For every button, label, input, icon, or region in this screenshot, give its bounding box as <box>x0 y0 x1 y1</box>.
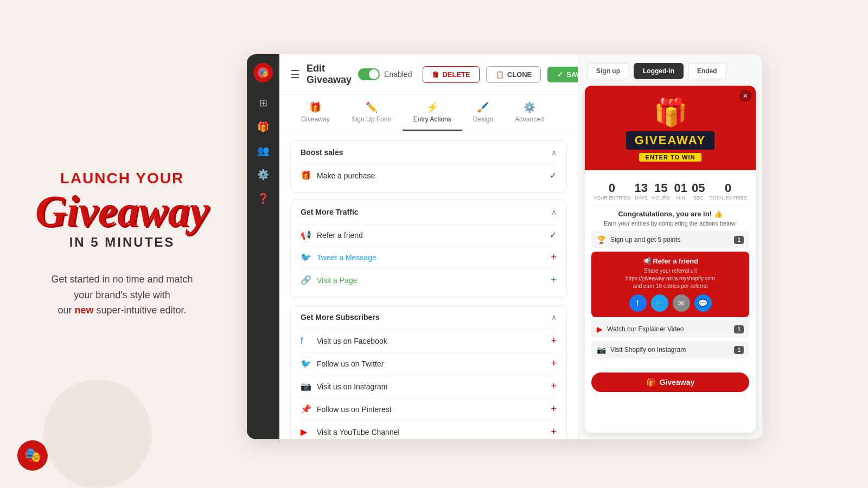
explainer-action-row[interactable]: ▶ Watch our Explainer Video 1 <box>591 320 749 338</box>
boost-sales-header[interactable]: Boost sales ∧ <box>291 140 566 164</box>
tab-design[interactable]: 🖌️ Design <box>462 95 504 131</box>
launch-title: LAUNCH YOUR <box>60 170 184 187</box>
instagram-shopify-badge: 1 <box>734 346 744 354</box>
widget-body: 0 Your entries 13 DAYS 15 HOURS 01 MIN <box>585 170 756 368</box>
sidebar-item-users[interactable]: 👥 <box>253 141 273 160</box>
total-num: 0 <box>710 181 747 195</box>
tab-signup[interactable]: ✏️ Sign Up Form <box>341 95 403 131</box>
delete-button[interactable]: 🗑 DELETE <box>423 66 479 83</box>
more-traffic-header[interactable]: Get More Traffic ∧ <box>291 200 566 224</box>
more-subscribers-header[interactable]: Get More Subscribers ∧ <box>291 305 566 329</box>
your-entries-count: 0 Your entries <box>593 181 630 201</box>
list-item[interactable]: 📷 Visit us on Instagram + <box>301 375 557 397</box>
checkmark-icon: ✓ <box>557 70 563 79</box>
giveaway-tab-icon: 🎁 <box>309 101 321 113</box>
giveaway-tab-label: Giveaway <box>301 115 330 123</box>
list-item[interactable]: f Visit us on Facebook + <box>301 329 557 352</box>
days-count: 13 DAYS <box>635 181 648 201</box>
widget-close-button[interactable]: ✕ <box>739 90 751 102</box>
tab-entry-actions[interactable]: ⚡ Entry Actions <box>403 95 462 131</box>
facebook-share-button[interactable]: f <box>629 294 647 312</box>
visit-page-icon: 🔗 <box>301 275 311 285</box>
sidebar-item-help[interactable]: ❓ <box>253 189 273 208</box>
refer-icon: 📢 <box>301 230 311 240</box>
pinterest-plus[interactable]: + <box>551 403 557 415</box>
save-button[interactable]: ✓ SAVE <box>547 67 578 82</box>
tab-advanced[interactable]: ⚙️ Advanced <box>504 95 554 131</box>
tab-giveaway[interactable]: 🎁 Giveaway <box>290 95 341 131</box>
toggle-switch[interactable] <box>358 68 380 80</box>
sidebar-item-giveaway[interactable]: 🎁 <box>253 117 273 137</box>
instagram-shopify-icon: 📷 <box>597 345 606 354</box>
sidebar-item-settings[interactable]: ⚙️ <box>253 165 273 184</box>
explainer-label: Watch our Explainer Video <box>607 325 730 333</box>
instagram-label: Visit us on Instagram <box>317 382 545 391</box>
giveaway-footer-button[interactable]: 🎁 Giveaway <box>591 373 749 392</box>
list-item: 📢 Refer a friend ✓ <box>301 224 557 246</box>
ended-preview-tab[interactable]: Ended <box>688 63 726 79</box>
widget-giveaway-text: GIVEAWAY <box>626 131 714 150</box>
signup-action-label: Sign up and get 5 points <box>610 236 730 243</box>
twitter-follow-plus[interactable]: + <box>551 358 557 369</box>
giveaway-script: Giveaway <box>35 189 209 233</box>
loggedin-preview-tab[interactable]: Logged-in <box>634 63 684 79</box>
list-item[interactable]: 🐦 Follow us on Twitter + <box>301 352 557 375</box>
more-subscribers-title: Get More Subscribers <box>301 313 380 322</box>
visit-page-plus[interactable]: + <box>551 274 557 286</box>
signup-badge: 1 <box>734 236 744 244</box>
purchase-label: Make a purchase <box>317 171 544 180</box>
more-subscribers-body: f Visit us on Facebook + 🐦 Follow us on … <box>291 329 566 439</box>
sidebar-item-dashboard[interactable]: ⊞ <box>253 93 273 113</box>
toggle-label: Enabled <box>384 70 412 79</box>
refer-label: Refer a friend <box>317 231 544 240</box>
email-share-button[interactable]: ✉ <box>673 294 690 312</box>
tweet-icon: 🐦 <box>301 252 311 262</box>
boost-sales-chevron: ∧ <box>551 148 557 157</box>
signup-preview-tab[interactable]: Sign up <box>587 63 629 79</box>
instagram-shopify-label: Visit Shopify on Instagram <box>610 346 730 354</box>
message-share-button[interactable]: 💬 <box>694 294 712 312</box>
instagram-action-row[interactable]: 📷 Visit Shopify on Instagram 1 <box>591 341 749 358</box>
twitter-follow-icon: 🐦 <box>301 358 311 369</box>
list-item[interactable]: 📌 Follow us on Pinterest + <box>301 397 557 420</box>
trophy-icon: 🏆 <box>597 235 606 244</box>
preview-widget: ✕ 🎁 GIVEAWAY ENTER TO WIN 0 Your entries <box>585 86 756 433</box>
total-count: 0 Total entries <box>710 181 747 201</box>
sidebar-logo: 🎭 <box>253 63 273 82</box>
more-traffic-section: Get More Traffic ∧ 📢 Refer a friend ✓ 🐦 … <box>290 200 567 298</box>
earn-text: Earn your entries by completing the acti… <box>591 220 749 227</box>
youtube-plus[interactable]: + <box>551 426 557 438</box>
tweet-plus[interactable]: + <box>551 252 557 263</box>
your-entries-num: 0 <box>593 181 630 195</box>
widget-gift-area: 🎁 GIVEAWAY ENTER TO WIN <box>593 97 747 162</box>
signup-tab-icon: ✏️ <box>366 101 378 113</box>
boost-sales-title: Boost sales <box>301 148 343 157</box>
refer-check: ✓ <box>550 230 557 240</box>
advanced-tab-icon: ⚙️ <box>524 101 535 113</box>
list-item[interactable]: ▶ Visit a YouTube Channel + <box>301 420 557 439</box>
days-label: DAYS <box>635 195 648 201</box>
instagram-plus[interactable]: + <box>551 381 557 392</box>
list-item: 🎁 Make a purchase ✓ <box>301 164 557 186</box>
refer-title: 📢 Refer a friend <box>597 257 744 265</box>
signup-action-row[interactable]: 🏆 Sign up and get 5 points 1 <box>591 231 749 248</box>
clone-button[interactable]: 📋 CLONE <box>486 66 541 83</box>
min-count: 01 MIN <box>674 181 687 201</box>
enabled-toggle[interactable]: Enabled <box>358 68 412 80</box>
gift-footer-icon: 🎁 <box>646 378 655 387</box>
sec-label: SEC <box>692 195 705 201</box>
twitter-share-button[interactable]: 🐦 <box>651 294 668 312</box>
list-item[interactable]: 🐦 Tweet a Message + <box>301 246 557 268</box>
congrats-text: Congratulations, you are in! 👍 <box>591 210 749 218</box>
list-item[interactable]: 🔗 Visit a Page + <box>301 268 557 291</box>
facebook-plus[interactable]: + <box>551 335 557 346</box>
gift-icon: 🎁 <box>654 97 687 128</box>
refer-desc: Share your referral urlhttps://giveaway-… <box>597 267 744 290</box>
countdown-row: 0 Your entries 13 DAYS 15 HOURS 01 MIN <box>591 177 749 206</box>
menu-icon[interactable]: ☰ <box>290 68 300 81</box>
entry-tab-label: Entry Actions <box>413 115 451 123</box>
svg-text:🎭: 🎭 <box>259 68 269 78</box>
widget-footer: 🎁 Giveaway <box>585 368 756 399</box>
tab-bar: 🎁 Giveaway ✏️ Sign Up Form ⚡ Entry Actio… <box>279 95 578 131</box>
svg-text:🎭: 🎭 <box>24 446 42 464</box>
